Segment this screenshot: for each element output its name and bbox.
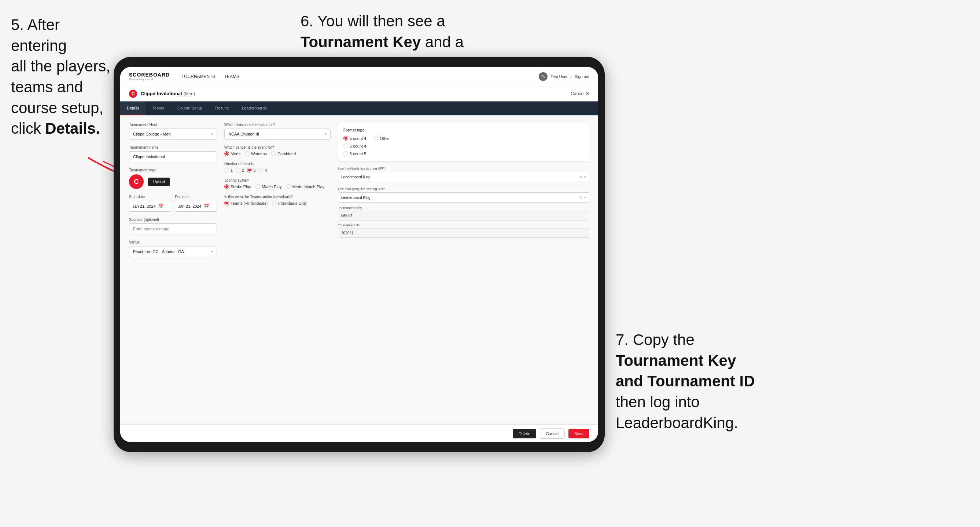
division-input[interactable]: NCAA Division III ▾: [224, 129, 331, 140]
format-6count4[interactable]: 6 count 4: [344, 144, 366, 148]
gender-mens[interactable]: Mens: [224, 151, 240, 156]
start-date-input[interactable]: Jan 21, 2024 📅: [129, 201, 171, 212]
gender-combined[interactable]: Combined: [271, 151, 296, 156]
venue-input[interactable]: Peachtree GC - Atlanta - GA ▾: [129, 246, 217, 257]
format-col-2: Other: [374, 136, 390, 156]
logo-upload-row: C Upload: [129, 174, 217, 189]
radio-r1-outer: [224, 168, 229, 173]
delete-button[interactable]: Delete: [513, 429, 536, 438]
round-2[interactable]: 2: [235, 168, 244, 173]
api-clear-1[interactable]: ✕: [579, 175, 582, 179]
scoring-medal-match[interactable]: Medal Match Play: [286, 184, 325, 189]
breadcrumb-logo: C: [129, 90, 137, 98]
tournament-logo-group: Tournament logo C Upload: [129, 168, 217, 189]
logo-circle: C: [129, 174, 144, 189]
radio-match-outer: [255, 184, 260, 189]
api-select-1[interactable]: Leaderboard King ✕ ▾: [338, 172, 589, 182]
logo-sub: Powered by clippd: [129, 78, 170, 81]
scoring-label: Scoring system: [224, 178, 331, 183]
end-date-input[interactable]: Jan 23, 2024 📅: [175, 201, 217, 212]
sign-out-link[interactable]: Sign out: [575, 75, 589, 79]
radio-teams-inner: [225, 202, 228, 204]
round-1[interactable]: 1: [224, 168, 233, 173]
api-clear-2[interactable]: ✕: [579, 195, 582, 200]
calendar-icon-end: 📅: [204, 204, 209, 209]
tablet-screen: SCOREBOARD Powered by clippd TOURNAMENTS…: [120, 67, 598, 442]
round-3[interactable]: 3: [247, 168, 255, 173]
tab-details[interactable]: Details: [120, 102, 146, 115]
middle-column: Which division is the event for? NCAA Di…: [224, 123, 331, 417]
gender-womens[interactable]: Womens: [245, 151, 267, 156]
date-row: Start date Jan 21, 2024 📅 End date Jan 2…: [129, 195, 217, 212]
gender-group: Which gender is the event for? Mens Wome…: [224, 145, 331, 156]
calendar-icon-start: 📅: [158, 204, 164, 209]
tournament-host-group: Tournament Host Clippd College - Men ▾: [129, 123, 217, 140]
user-avatar: TU: [539, 72, 547, 81]
dropdown-arrow-division: ▾: [325, 132, 326, 136]
tournament-host-input[interactable]: Clippd College - Men ▾: [129, 129, 217, 140]
radio-teams-outer: [224, 201, 229, 205]
start-date-label: Start date: [129, 195, 171, 199]
api-arrow-1: ▾: [584, 175, 586, 179]
tab-teams[interactable]: Teams: [146, 102, 171, 115]
scoreboard-logo: SCOREBOARD Powered by clippd: [129, 72, 170, 81]
save-button[interactable]: Save: [568, 429, 589, 438]
division-label: Which division is the event for?: [224, 123, 331, 127]
tournament-name-input[interactable]: Clippd Invitational: [129, 151, 217, 162]
format-5count4[interactable]: 5 count 4: [344, 136, 366, 141]
tournament-id-label: Tournament ID: [338, 224, 589, 227]
radio-indiv-outer: [272, 201, 277, 205]
bottom-bar: Delete Cancel Save: [120, 424, 598, 442]
radio-r3-inner: [248, 169, 251, 171]
tournament-logo-label: Tournament logo: [129, 168, 217, 172]
api-arrow-2: ▾: [584, 195, 586, 199]
tab-leaderboards[interactable]: Leaderboards: [235, 102, 274, 115]
top-nav: SCOREBOARD Powered by clippd TOURNAMENTS…: [120, 67, 598, 86]
tournament-host-label: Tournament Host: [129, 123, 217, 127]
tab-course-setup[interactable]: Course Setup: [171, 102, 208, 115]
nav-separator: |: [571, 75, 572, 79]
dropdown-arrow-venue: ▾: [211, 250, 213, 254]
tournament-key-label: Tournament Key: [338, 206, 589, 210]
gender-radio-group: Mens Womens Combined: [224, 151, 331, 156]
radio-r2-outer: [235, 168, 240, 173]
tournament-key-value: b6fbb7: [338, 211, 589, 221]
scoring-group: Scoring system Stroke Play Match Play: [224, 178, 331, 189]
format-other[interactable]: Other: [374, 136, 390, 141]
tab-results[interactable]: Results: [208, 102, 235, 115]
start-date-field: Start date Jan 21, 2024 📅: [129, 195, 171, 212]
nav-links: TOURNAMENTS TEAMS: [181, 73, 539, 81]
radio-combined-outer: [271, 151, 276, 156]
cancel-button[interactable]: Cancel: [540, 429, 565, 439]
sponsor-input[interactable]: [129, 224, 217, 234]
tournament-id-value: 302051: [338, 228, 589, 238]
nav-link-tournaments[interactable]: TOURNAMENTS: [181, 73, 215, 81]
radio-mens-inner: [225, 152, 228, 155]
sponsor-label: Sponsor (optional): [129, 217, 217, 222]
api-select-2[interactable]: Leaderboard King ✕ ▾: [338, 192, 589, 203]
api-label-1: Use third-party live scoring API?: [338, 167, 589, 170]
venue-label: Venue: [129, 240, 217, 244]
radio-r4-outer: [258, 168, 263, 173]
upload-button[interactable]: Upload: [148, 178, 170, 186]
radio-5c4-inner: [345, 137, 347, 140]
tab-row: Details Teams Course Setup Results Leade…: [120, 102, 598, 115]
round-4[interactable]: 4: [258, 168, 267, 173]
scoring-stroke[interactable]: Stroke Play: [224, 184, 251, 189]
annotation-left: 5. After entering all the players, teams…: [11, 15, 114, 139]
individuals-only[interactable]: Individuals Only: [272, 201, 307, 205]
radio-womens-outer: [245, 151, 250, 156]
tournament-key-section: Tournament Key b6fbb7 Tournament ID 3020…: [338, 206, 589, 238]
logo-main: SCOREBOARD: [129, 72, 170, 78]
breadcrumb-cancel[interactable]: Cancel ✕: [571, 91, 589, 96]
nav-link-teams[interactable]: TEAMS: [224, 73, 239, 81]
api-label-2: Use third-party live scoring API?: [338, 187, 589, 191]
scoring-match[interactable]: Match Play: [255, 184, 282, 189]
tournament-name-group: Tournament name Clippd Invitational: [129, 145, 217, 162]
format-6count5[interactable]: 6 count 5: [344, 151, 366, 156]
main-content: Tournament Host Clippd College - Men ▾ T…: [120, 115, 598, 424]
radio-other-outer: [374, 136, 378, 141]
radio-stroke-inner: [225, 185, 228, 188]
teams-plus-individuals[interactable]: Teams (+Individuals): [224, 201, 267, 205]
teams-radio-group: Teams (+Individuals) Individuals Only: [224, 201, 331, 205]
